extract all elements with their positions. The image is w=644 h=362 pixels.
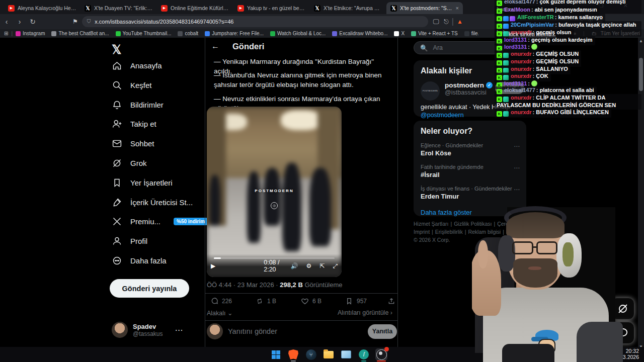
- photos-taskbar-icon[interactable]: [340, 348, 352, 360]
- scroll-up-icon[interactable]: ▲: [638, 39, 644, 43]
- reply-placeholder[interactable]: Yanıtını gönder: [228, 327, 363, 335]
- browser-tab[interactable]: X'te Etnikce: "Avrupa ölmüş bir kıta a: [310, 2, 386, 14]
- reload-icon[interactable]: ↻: [26, 18, 39, 26]
- bookmark-item[interactable]: cobalt: [178, 31, 198, 36]
- sidebar-item-ierikreticisist[interactable]: İçerik Üreticisi St...: [112, 197, 193, 208]
- start-button-icon[interactable]: [270, 348, 282, 360]
- bookmark-item[interactable]: Vite + React + TS: [411, 31, 458, 36]
- bookmark-label: Instagram: [23, 31, 45, 36]
- tab-close-icon[interactable]: ×: [456, 5, 459, 11]
- bookmark-item[interactable]: YouTube Thumbnail...: [116, 31, 172, 36]
- scrollbar-thumb[interactable]: [639, 58, 643, 91]
- site-settings-icon[interactable]: ⛉: [87, 19, 91, 25]
- bookmark-favicon: [332, 31, 337, 36]
- sidebar-item-label: İçerik Üreticisi St...: [130, 198, 193, 207]
- bookmarks-overflow-icon[interactable]: »: [573, 31, 576, 36]
- reply-button[interactable]: Yanıtla: [368, 324, 397, 339]
- footer-link[interactable]: Imprint: [414, 229, 430, 235]
- fullscreen-icon[interactable]: ⤢: [333, 262, 338, 269]
- sidebar-item-kefet[interactable]: Keşfet: [112, 80, 152, 90]
- compose-post-button[interactable]: Gönderi yayınla: [110, 279, 189, 298]
- tab-media-icon[interactable]: 🖵: [433, 18, 439, 25]
- menu-icon[interactable]: ☰: [598, 18, 603, 25]
- follow-button[interactable]: Takip et: [495, 82, 524, 94]
- folder-icon: 🗀: [592, 31, 597, 36]
- browser-tab[interactable]: Online Eğitimde Küfürlü Cs oynayan: [157, 2, 233, 14]
- footer-link[interactable]: Hizmet Şartları: [414, 221, 448, 227]
- window-controls[interactable]: — ❐ ✕: [574, 3, 637, 9]
- back-arrow-icon[interactable]: ←: [211, 42, 219, 51]
- browser-tab[interactable]: Yakup tv - en güzel berber tokatçı b: [233, 2, 310, 14]
- sidebar-item-dahafazla[interactable]: Daha fazla: [112, 255, 167, 266]
- browser-tab[interactable]: X'te postmodern: "SON 48 SAAT×: [386, 2, 463, 14]
- bookmark-flag-icon[interactable]: ⚑: [72, 18, 78, 25]
- settings-gear-icon[interactable]: ⚙: [306, 262, 312, 269]
- url-bar[interactable]: ⛉ x.com/istbassavcisi/status/20358048316…: [82, 16, 428, 27]
- search-input[interactable]: 🔍 Ara: [414, 41, 526, 54]
- footer-link[interactable]: Erişilebilirlik: [435, 229, 463, 235]
- trend-item[interactable]: Eğlence · GündemdekilerErol Köse⋯: [414, 139, 526, 160]
- bookmark-favicon: [178, 31, 183, 36]
- browser-tab[interactable]: Aleyna Kalaycıoğlu Her Şeyi Anlattı -: [4, 2, 80, 14]
- view-quotes-link[interactable]: Alıntıları görüntüle ›: [338, 309, 392, 316]
- bookmark-item[interactable]: The best ChatBot an...: [51, 31, 109, 36]
- browser-tab[interactable]: X'te Duayen TV: "Erlik: Nevruz'da TU: [80, 2, 157, 14]
- shield-icon[interactable]: ⛨: [588, 18, 593, 25]
- bookmark-label: file.io - Super simpl...: [471, 31, 478, 36]
- sidebar-item-label: Sohbet: [130, 139, 154, 148]
- youtube-icon: [237, 5, 244, 12]
- trend-item[interactable]: Fatih tarihinde gündemde#İsrail⋯: [414, 160, 526, 182]
- bookmark-item[interactable]: Instagram: [16, 31, 45, 36]
- related-filter[interactable]: Alakalı ⌄: [207, 309, 232, 317]
- reply-composer[interactable]: Yanıtını gönder Yanıtla: [207, 323, 397, 339]
- sidebar-item-bildirimler[interactable]: Bildirimler: [112, 100, 164, 110]
- bookmark-item[interactable]: file.io - Super simpl...: [464, 31, 478, 36]
- video-player[interactable]: POSTMODERN ◎ ▶ 0:08 / 2:20 🔊 ⚙ ⇱ ⤢: [207, 107, 342, 277]
- trend-menu-icon[interactable]: ⋯: [514, 143, 520, 150]
- sidebar-item-grok[interactable]: Grok: [112, 158, 147, 168]
- bookmark-item[interactable]: Watch Global & Loc...: [270, 31, 326, 36]
- tab-title: Yakup tv - en güzel berber tokatçı b: [247, 5, 306, 11]
- brave-taskbar-icon[interactable]: [287, 348, 299, 360]
- sidebar-item-takipet[interactable]: Takip et: [112, 119, 156, 129]
- all-bookmarks-label[interactable]: Tüm Yer İşaretleri: [601, 31, 640, 36]
- trend-category: İş dünyası ve finans · Gündemdekiler: [421, 186, 519, 192]
- bookmark-item[interactable]: Excalidraw Whitebo...: [332, 31, 387, 36]
- account-menu-icon[interactable]: ⋯: [175, 325, 183, 335]
- pip-icon[interactable]: ⇱: [319, 262, 325, 269]
- steam-taskbar-icon[interactable]: ⑂: [305, 348, 317, 360]
- sidebar-item-yeriaretleri[interactable]: Yer İşaretleri: [112, 177, 173, 188]
- play-icon[interactable]: ▶: [211, 262, 215, 269]
- sidebar-item-label: Premiu...: [130, 217, 160, 226]
- like-stat[interactable]: 6 B: [301, 297, 321, 305]
- forward-icon[interactable]: ›: [13, 18, 26, 26]
- sidebar-item-label: Anasayfa: [130, 61, 162, 70]
- sidebar-item-anasayfa[interactable]: Anasayfa: [112, 60, 162, 71]
- bookmark-item[interactable]: X: [394, 31, 405, 36]
- x-logo-icon[interactable]: 𝕏: [112, 43, 121, 57]
- sidebar-item-premiu[interactable]: Premiu...%50 indirim: [112, 216, 208, 227]
- sidebar-item-sohbet[interactable]: Sohbet: [112, 138, 154, 149]
- share-icon[interactable]: ⎋: [444, 18, 449, 25]
- apps-grid-icon[interactable]: ⊞: [4, 31, 8, 36]
- sidebar-item-profil[interactable]: Profil: [112, 236, 147, 246]
- reply-stat[interactable]: 226: [210, 297, 232, 305]
- back-icon[interactable]: ‹: [0, 18, 13, 26]
- share-stat-icon[interactable]: [387, 297, 395, 305]
- trend-menu-icon[interactable]: ⋯: [514, 186, 520, 193]
- trend-item[interactable]: İş dünyası ve finans · GündemdekilerErde…: [414, 182, 526, 204]
- bookmark-stat[interactable]: 957: [345, 297, 367, 305]
- music-note-icon[interactable]: ♫: [579, 18, 583, 25]
- bio-mention-link[interactable]: @postmodeern: [421, 112, 464, 119]
- explorer-taskbar-icon[interactable]: [323, 348, 335, 360]
- obs-taskbar-icon[interactable]: [375, 348, 387, 360]
- volume-icon[interactable]: 🔊: [291, 262, 298, 269]
- avatar[interactable]: POSTMODERN: [421, 81, 440, 101]
- trend-menu-icon[interactable]: ⋯: [514, 164, 520, 171]
- brave-rewards-icon[interactable]: ▲: [457, 18, 463, 25]
- user-name[interactable]: postmodern ✓: [445, 81, 493, 89]
- bookmark-item[interactable]: Jumpshare: Free File...: [205, 31, 264, 36]
- repost-stat[interactable]: 1 B: [256, 297, 276, 305]
- account-switcher[interactable]: Spadev @tassakus ⋯: [112, 322, 192, 338]
- sublime-taskbar-icon[interactable]: ſ: [358, 348, 370, 360]
